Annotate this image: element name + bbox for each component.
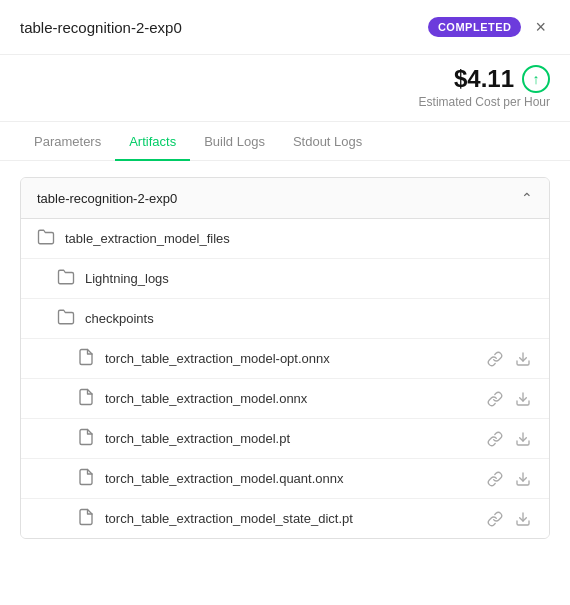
chevron-up-icon: ⌃ [521,190,533,206]
list-item: torch_table_extraction_model.onnx [21,379,549,419]
list-item: torch_table_extraction_model-opt.onnx [21,339,549,379]
folder-icon [37,228,55,249]
copy-link-button[interactable] [485,509,505,529]
download-button[interactable] [513,509,533,529]
file-icon [77,508,95,529]
file-name: torch_table_extraction_model.pt [105,431,475,446]
file-actions [485,429,533,449]
file-actions [485,349,533,369]
download-button[interactable] [513,389,533,409]
file-actions [485,389,533,409]
file-name: torch_table_extraction_model_state_dict.… [105,511,475,526]
file-name: checkpoints [85,311,533,326]
header: table-recognition-2-exp0 COMPLETED × [0,0,570,55]
cost-label: Estimated Cost per Hour [419,95,550,109]
close-button[interactable]: × [531,16,550,38]
copy-link-button[interactable] [485,389,505,409]
file-name: Lightning_logs [85,271,533,286]
accordion-header[interactable]: table-recognition-2-exp0 ⌃ [21,178,549,219]
file-name: torch_table_extraction_model.onnx [105,391,475,406]
accordion: table-recognition-2-exp0 ⌃ table_extract… [20,177,550,539]
folder-icon [57,268,75,289]
file-icon [77,428,95,449]
file-icon [77,468,95,489]
tab-parameters[interactable]: Parameters [20,122,115,161]
header-right: COMPLETED × [428,16,550,38]
file-icon [77,388,95,409]
file-name: table_extraction_model_files [65,231,533,246]
list-item: checkpoints [21,299,549,339]
cost-row: $4.11 ↑ [454,65,550,93]
file-icon [77,348,95,369]
list-item: torch_table_extraction_model_state_dict.… [21,499,549,538]
tabs-bar: Parameters Artifacts Build Logs Stdout L… [0,122,570,161]
tab-artifacts[interactable]: Artifacts [115,122,190,161]
file-actions [485,509,533,529]
download-button[interactable] [513,349,533,369]
list-item: table_extraction_model_files [21,219,549,259]
cost-icon: ↑ [522,65,550,93]
content-area: table-recognition-2-exp0 ⌃ table_extract… [0,161,570,555]
file-name: torch_table_extraction_model.quant.onnx [105,471,475,486]
status-badge: COMPLETED [428,17,522,37]
list-item: Lightning_logs [21,259,549,299]
download-button[interactable] [513,429,533,449]
accordion-title: table-recognition-2-exp0 [37,191,177,206]
folder-icon [57,308,75,329]
download-button[interactable] [513,469,533,489]
page-title: table-recognition-2-exp0 [20,19,182,36]
file-tree: table_extraction_model_filesLightning_lo… [21,219,549,538]
file-name: torch_table_extraction_model-opt.onnx [105,351,475,366]
list-item: torch_table_extraction_model.quant.onnx [21,459,549,499]
copy-link-button[interactable] [485,349,505,369]
cost-section: $4.11 ↑ Estimated Cost per Hour [0,55,570,122]
cost-value: $4.11 [454,65,514,93]
tab-build-logs[interactable]: Build Logs [190,122,279,161]
copy-link-button[interactable] [485,429,505,449]
file-actions [485,469,533,489]
copy-link-button[interactable] [485,469,505,489]
list-item: torch_table_extraction_model.pt [21,419,549,459]
tab-stdout-logs[interactable]: Stdout Logs [279,122,376,161]
